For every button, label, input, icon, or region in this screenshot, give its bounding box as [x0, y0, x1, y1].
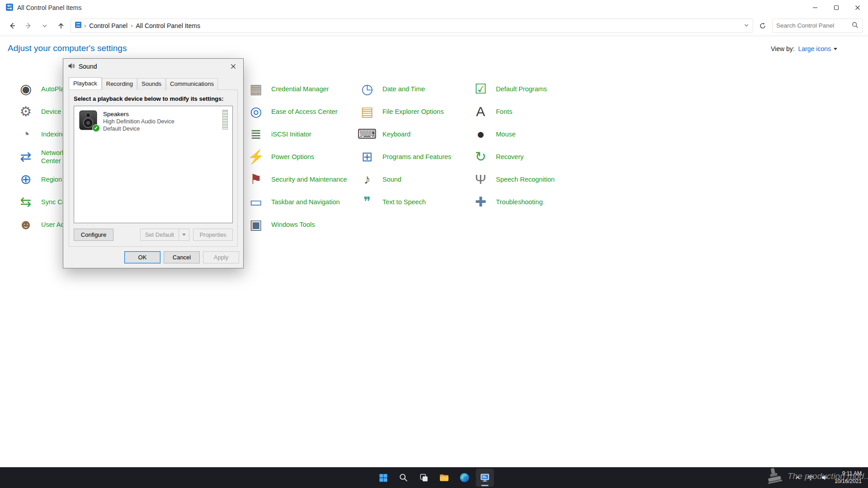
- fonts-icon: A: [471, 102, 491, 122]
- start-button[interactable]: [374, 469, 392, 487]
- recent-locations-chevron-icon[interactable]: [38, 19, 52, 33]
- apply-button[interactable]: Apply: [203, 251, 239, 263]
- control-panel-taskbar-button[interactable]: [476, 469, 494, 487]
- sound-dialog-titlebar[interactable]: Sound: [63, 59, 243, 74]
- control-panel-item-label: Ease of Access Center: [271, 108, 338, 116]
- view-by-caret-icon: [834, 48, 837, 50]
- control-panel-item-label: Speech Recognition: [496, 175, 555, 183]
- address-bar[interactable]: ›Control Panel›All Control Panel Items: [71, 19, 753, 33]
- minimize-button[interactable]: [804, 0, 826, 15]
- tab-recording[interactable]: Recording: [102, 78, 137, 90]
- control-panel-item-label: Power Options: [271, 153, 314, 161]
- maximize-button[interactable]: [826, 0, 847, 15]
- navigation-bar: ›Control Panel›All Control Panel Items: [0, 15, 868, 36]
- control-panel-item-label: Region: [41, 175, 62, 183]
- device-description: High Definition Audio Device: [103, 118, 175, 125]
- volume-level-meter: [222, 110, 228, 130]
- set-default-dropdown-arrow-icon[interactable]: [179, 229, 189, 241]
- control-panel-item[interactable]: ≣iSCSI Initiator: [246, 123, 357, 145]
- user-accounts-icon: ☻: [16, 215, 36, 235]
- control-panel-item[interactable]: ♪Sound: [357, 168, 471, 191]
- control-panel-item-label: File Explorer Options: [382, 108, 443, 116]
- control-panel-item[interactable]: ◎Ease of Access Center: [246, 100, 357, 123]
- page-title: Adjust your computer's settings: [8, 43, 868, 53]
- network-icon[interactable]: [807, 474, 815, 482]
- back-button[interactable]: [5, 19, 19, 33]
- ok-button[interactable]: OK: [124, 251, 160, 263]
- address-dropdown-chevron-icon[interactable]: [744, 22, 749, 29]
- up-button[interactable]: [54, 19, 68, 33]
- sound-dialog-close-button[interactable]: [223, 59, 243, 74]
- taskbar-clock[interactable]: 9:11 AM 10/16/2021: [835, 470, 862, 485]
- device-name: Speakers: [103, 111, 175, 117]
- breadcrumb-item[interactable]: All Control Panel Items: [133, 21, 203, 31]
- control-panel-item[interactable]: ⚡Power Options: [246, 145, 357, 168]
- tab-communications[interactable]: Communications: [166, 78, 218, 90]
- control-panel-item[interactable]: ▤File Explorer Options: [357, 100, 471, 123]
- recovery-icon: ↻: [471, 147, 491, 167]
- tab-sounds[interactable]: Sounds: [137, 78, 165, 90]
- playback-tab-panel: Select a playback device below to modify…: [69, 89, 238, 247]
- network-and-sharing-center-icon: ⇄: [16, 147, 36, 167]
- view-by-value: Large icons: [798, 45, 831, 52]
- iscsi-initiator-icon: ≣: [246, 124, 266, 144]
- breadcrumb: ›Control Panel›All Control Panel Items: [84, 21, 203, 31]
- file-explorer-button[interactable]: [435, 469, 453, 487]
- control-panel-item-label: Programs and Features: [382, 153, 451, 161]
- configure-button[interactable]: Configure: [74, 229, 113, 241]
- control-panel-item[interactable]: ▣Windows Tools: [246, 213, 357, 236]
- taskbar: 9:11 AM 10/16/2021: [0, 467, 868, 488]
- clock-time: 9:11 AM: [835, 470, 862, 478]
- hidden-icons-chevron-icon[interactable]: [795, 475, 801, 481]
- control-panel-item-label: Fonts: [496, 108, 512, 116]
- control-panel-item[interactable]: AFonts: [471, 100, 606, 123]
- task-view-button[interactable]: [415, 469, 433, 487]
- search-input[interactable]: [776, 22, 849, 29]
- control-panel-item-label: Default Programs: [496, 85, 547, 93]
- default-programs-icon: ☑: [471, 79, 491, 99]
- control-panel-item[interactable]: ΨSpeech Recognition: [471, 168, 606, 191]
- programs-and-features-icon: ⊞: [357, 147, 377, 167]
- forward-button[interactable]: [22, 19, 35, 33]
- control-panel-item-label: Troubleshooting: [496, 198, 542, 206]
- refresh-button[interactable]: [756, 19, 769, 33]
- control-panel-item[interactable]: ✚Troubleshooting: [471, 191, 606, 213]
- control-panel-item[interactable]: ↻Recovery: [471, 145, 606, 168]
- power-options-icon: ⚡: [246, 147, 266, 167]
- control-panel-item[interactable]: ⌨Keyboard: [357, 123, 471, 145]
- control-panel-item[interactable]: ⚑Security and Maintenance: [246, 168, 357, 191]
- properties-button[interactable]: Properties: [193, 229, 233, 241]
- control-panel-item[interactable]: ☑Default Programs: [471, 78, 606, 100]
- dialog-tabs: PlaybackRecordingSoundsCommunications: [69, 78, 238, 89]
- system-tray: 9:11 AM 10/16/2021: [795, 467, 868, 488]
- close-button[interactable]: [847, 0, 868, 15]
- sync-center-icon: ⇆: [16, 192, 36, 212]
- window-title: All Control Panel Items: [17, 4, 81, 11]
- set-default-button[interactable]: Set Default: [140, 229, 179, 241]
- control-panel-item-label: Taskbar and Navigation: [271, 198, 340, 206]
- breadcrumb-item[interactable]: Control Panel: [86, 21, 130, 31]
- control-panel-item-label: Security and Maintenance: [271, 175, 347, 183]
- cancel-button[interactable]: Cancel: [164, 251, 200, 263]
- control-panel-item[interactable]: ▦Credential Manager: [246, 78, 357, 100]
- control-panel-item-label: Date and Time: [382, 85, 425, 93]
- edge-browser-button[interactable]: [456, 469, 474, 487]
- device-status: Default Device: [103, 126, 175, 132]
- volume-icon[interactable]: [821, 474, 829, 482]
- mouse-icon: ●: [471, 124, 491, 144]
- control-panel-item[interactable]: ❞Text to Speech: [357, 191, 471, 213]
- control-panel-item-label: Keyboard: [382, 130, 410, 138]
- control-panel-item[interactable]: ⊞Programs and Features: [357, 145, 471, 168]
- control-panel-item[interactable]: ▭Taskbar and Navigation: [246, 191, 357, 213]
- control-panel-item[interactable]: ◷Date and Time: [357, 78, 471, 100]
- search-taskbar-button[interactable]: [395, 469, 413, 487]
- sound-dialog: Sound PlaybackRecordingSoundsCommunicati…: [63, 58, 244, 268]
- device-row-speakers[interactable]: ✓ Speakers High Definition Audio Device …: [74, 106, 232, 136]
- search-box[interactable]: [772, 19, 863, 33]
- view-by-dropdown[interactable]: Large icons: [798, 45, 837, 52]
- tab-playback[interactable]: Playback: [69, 77, 102, 89]
- control-panel-item[interactable]: ●Mouse: [471, 123, 606, 145]
- playback-device-list[interactable]: ✓ Speakers High Definition Audio Device …: [74, 106, 233, 223]
- autoplay-icon: ◉: [16, 79, 36, 99]
- credential-manager-icon: ▦: [246, 79, 266, 99]
